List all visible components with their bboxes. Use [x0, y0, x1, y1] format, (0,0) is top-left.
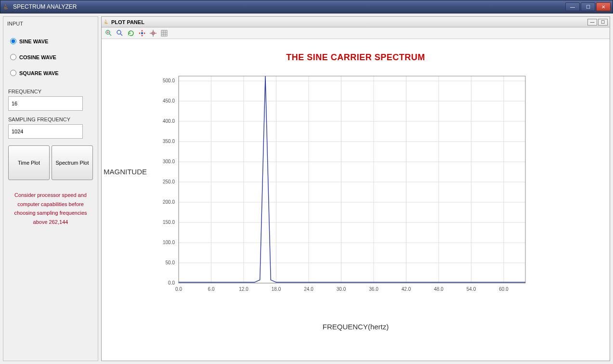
svg-text:400.0: 400.0: [163, 118, 175, 124]
svg-rect-37: [179, 76, 525, 283]
svg-text:30.0: 30.0: [337, 286, 346, 292]
svg-text:0.0: 0.0: [175, 286, 182, 292]
frequency-label: FREQUENCY: [8, 87, 93, 96]
svg-text:42.0: 42.0: [402, 286, 411, 292]
plot-maximize-button[interactable]: ☐: [598, 19, 608, 26]
warning-text: Consider processor speed and computer ca…: [3, 184, 98, 227]
radio-cosine[interactable]: [10, 54, 16, 60]
java-icon: [104, 19, 109, 26]
chart-title: THE SINE CARRIER SPECTRUM: [102, 44, 610, 66]
svg-text:150.0: 150.0: [163, 220, 175, 225]
svg-line-5: [120, 34, 122, 36]
svg-text:100.0: 100.0: [163, 240, 175, 245]
crosshair-icon[interactable]: [148, 28, 158, 38]
chart-area: THE SINE CARRIER SPECTRUM MAGNITUDE 0.06…: [102, 39, 610, 361]
svg-text:60.0: 60.0: [499, 286, 509, 292]
y-axis-label: MAGNITUDE: [104, 168, 147, 176]
plot-panel-title: PLOT PANEL: [111, 19, 587, 25]
svg-text:18.0: 18.0: [272, 286, 281, 292]
svg-text:300.0: 300.0: [163, 159, 175, 164]
frequency-input[interactable]: [8, 96, 83, 111]
radio-cosine-label: COSINE WAVE: [19, 54, 56, 60]
svg-text:12.0: 12.0: [239, 286, 248, 292]
plot-titlebar: PLOT PANEL — ☐: [102, 17, 610, 27]
waveform-radio-group: SINE WAVE COSINE WAVE SQUARE WAVE: [3, 33, 98, 86]
svg-text:250.0: 250.0: [163, 179, 175, 184]
svg-text:6.0: 6.0: [208, 286, 215, 292]
svg-text:54.0: 54.0: [467, 286, 476, 292]
zoom-in-icon[interactable]: [104, 28, 114, 38]
java-icon: [2, 3, 10, 11]
svg-text:0.0: 0.0: [168, 280, 175, 286]
plot-panel-frame: PLOT PANEL — ☐ THE SINE CARRIER SPECTRUM…: [101, 16, 610, 361]
pan-icon[interactable]: [137, 28, 147, 38]
window-maximize-button[interactable]: ☐: [581, 2, 595, 11]
svg-line-1: [109, 34, 111, 36]
svg-text:350.0: 350.0: [163, 139, 175, 144]
input-panel-title: INPUT: [3, 17, 98, 33]
svg-text:450.0: 450.0: [163, 98, 175, 104]
plot-toolbar: [102, 27, 610, 39]
time-plot-button[interactable]: Time Plot: [8, 145, 50, 180]
window-title: SPECTRUM ANALYZER: [13, 3, 565, 10]
svg-text:48.0: 48.0: [434, 286, 443, 292]
radio-sine-label: SINE WAVE: [19, 39, 48, 44]
x-axis-label: FREQUENCY(hertz): [102, 322, 610, 331]
svg-text:36.0: 36.0: [369, 286, 378, 292]
window-titlebar: SPECTRUM ANALYZER — ☐ ✕: [0, 0, 613, 13]
plot-minimize-button[interactable]: —: [587, 19, 597, 26]
svg-text:50.0: 50.0: [166, 260, 175, 265]
svg-rect-10: [161, 30, 167, 36]
window-close-button[interactable]: ✕: [596, 2, 611, 11]
radio-square-label: SQUARE WAVE: [19, 70, 59, 76]
refresh-icon[interactable]: [126, 28, 136, 38]
svg-point-4: [117, 30, 121, 34]
radio-sine[interactable]: [10, 38, 16, 44]
svg-rect-6: [141, 32, 143, 34]
zoom-icon[interactable]: [115, 28, 125, 38]
input-panel: INPUT SINE WAVE COSINE WAVE SQUARE WAVE …: [3, 16, 98, 361]
svg-text:200.0: 200.0: [163, 199, 175, 205]
radio-square[interactable]: [10, 70, 16, 76]
window-minimize-button[interactable]: —: [565, 2, 580, 11]
sampling-frequency-label: SAMPLING FREQUENCY: [8, 115, 93, 124]
svg-text:24.0: 24.0: [304, 286, 313, 292]
grid-icon[interactable]: [159, 28, 170, 38]
sampling-frequency-input[interactable]: [8, 124, 83, 139]
svg-text:500.0: 500.0: [163, 78, 175, 83]
spectrum-plot-button[interactable]: Spectrum Plot: [52, 145, 93, 180]
chart-svg: 0.06.012.018.024.030.036.042.048.054.060…: [102, 66, 602, 312]
